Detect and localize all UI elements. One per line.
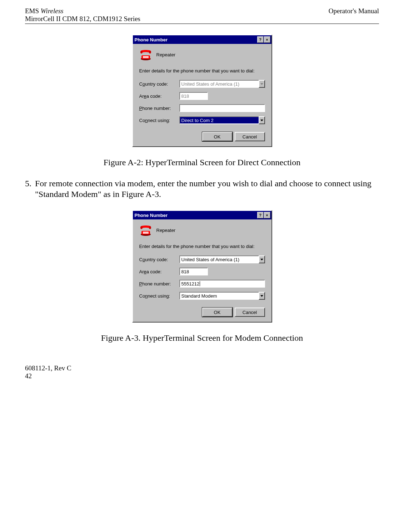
svg-rect-7 <box>143 232 149 234</box>
connect-label: Connect using: <box>139 118 179 123</box>
list-number: 5. <box>25 178 35 199</box>
phone-label: Phone number: <box>139 281 179 287</box>
dialog1-title: Phone Number <box>134 37 257 42</box>
country-label: Country code: <box>139 81 179 87</box>
ok-button[interactable]: OK <box>202 308 233 317</box>
phone-row: Phone number: 5551212 <box>139 280 265 288</box>
figure1-caption: Figure A-2: HyperTerminal Screen for Dir… <box>25 158 379 167</box>
chevron-down-icon <box>260 259 263 260</box>
icon-label: Repeater <box>156 52 175 57</box>
connect-combo[interactable]: Direct to Com 2 <box>179 116 265 124</box>
svg-point-3 <box>140 51 143 54</box>
body-paragraph: 5. For remote connection via modem, ente… <box>25 178 379 199</box>
connect-input[interactable]: Standard Modem <box>179 292 259 300</box>
icon-row: Repeater <box>139 224 265 237</box>
ok-button[interactable]: OK <box>202 132 233 141</box>
phone-row: Phone number: <box>139 104 265 112</box>
connect-row: Connect using: Standard Modem <box>139 292 265 300</box>
country-dropdown-button <box>259 80 265 88</box>
svg-point-4 <box>149 51 151 54</box>
chevron-down-icon <box>260 83 263 85</box>
connect-label: Connect using: <box>139 293 179 299</box>
text-cursor <box>200 281 200 286</box>
connect-input[interactable]: Direct to Com 2 <box>179 116 259 124</box>
help-button[interactable]: ? <box>257 212 264 218</box>
icon-label: Repeater <box>156 228 175 233</box>
footer-page-number: 42 <box>25 372 379 380</box>
phone-number-dialog-modem: Phone Number ? × Repeater Enter details … <box>132 210 272 323</box>
phone-input[interactable]: 5551212 <box>179 280 265 288</box>
phone-icon <box>139 48 152 61</box>
country-input[interactable]: United States of America (1) <box>179 255 259 263</box>
area-input: 818 <box>179 92 208 100</box>
area-row: Area code: 818 <box>139 92 265 100</box>
connect-row: Connect using: Direct to Com 2 <box>139 116 265 124</box>
chevron-down-icon <box>260 295 263 297</box>
chevron-down-icon <box>260 120 263 121</box>
dialog2-titlebar[interactable]: Phone Number ? × <box>133 211 271 219</box>
header-title-1: EMS Wireless <box>25 7 140 15</box>
country-label: Country code: <box>139 257 179 262</box>
close-button[interactable]: × <box>264 36 270 43</box>
footer-line1: 608112-1, Rev C <box>25 364 379 372</box>
phone-number-dialog-direct: Phone Number ? × Repeater Enter details … <box>132 35 272 147</box>
phone-icon <box>139 224 152 237</box>
instruction-text: Enter details for the phone number that … <box>139 68 265 74</box>
list-content: For remote connection via modem, enter t… <box>35 178 379 199</box>
connect-dropdown-button[interactable] <box>259 116 265 124</box>
dialog2-container: Phone Number ? × Repeater Enter details … <box>25 210 379 323</box>
instruction-text: Enter details for the phone number that … <box>139 244 265 249</box>
close-button[interactable]: × <box>264 212 270 218</box>
svg-rect-2 <box>143 56 149 58</box>
phone-label: Phone number: <box>139 106 179 111</box>
country-row: Country code: United States of America (… <box>139 255 265 263</box>
titlebar-buttons: ? × <box>257 36 270 43</box>
cancel-button[interactable]: Cancel <box>235 132 265 141</box>
icon-row: Repeater <box>139 48 265 61</box>
area-row: Area code: 818 <box>139 268 265 275</box>
page-footer: 608112-1, Rev C 42 <box>25 364 379 380</box>
country-dropdown-button[interactable] <box>259 255 265 263</box>
button-row: OK Cancel <box>139 308 265 317</box>
header-left: EMS Wireless MirrorCell II CDM 812, CDM1… <box>25 7 140 23</box>
phone-input[interactable] <box>179 104 265 112</box>
country-row: Country code: United States of America (… <box>139 80 265 88</box>
titlebar-buttons: ? × <box>257 212 270 218</box>
dialog1-body: Repeater Enter details for the phone num… <box>133 44 271 146</box>
header-right: Operator's Manual <box>329 7 379 23</box>
dialog2-title: Phone Number <box>134 213 257 218</box>
header-title-2: MirrorCell II CDM 812, CDM1912 Series <box>25 15 140 23</box>
country-combo: United States of America (1) <box>179 80 265 88</box>
country-combo[interactable]: United States of America (1) <box>179 255 265 263</box>
cancel-button[interactable]: Cancel <box>235 308 265 317</box>
dialog2-body: Repeater Enter details for the phone num… <box>133 219 271 322</box>
area-label: Area code: <box>139 269 179 274</box>
dialog1-container: Phone Number ? × Repeater Enter details … <box>25 35 379 147</box>
area-label: Area code: <box>139 93 179 99</box>
svg-point-9 <box>149 226 151 229</box>
country-input: United States of America (1) <box>179 80 259 88</box>
area-input[interactable]: 818 <box>179 268 208 275</box>
button-row: OK Cancel <box>139 132 265 141</box>
figure2-caption: Figure A-3. HyperTerminal Screen for Mod… <box>25 333 379 343</box>
svg-point-8 <box>140 226 143 229</box>
page-header: EMS Wireless MirrorCell II CDM 812, CDM1… <box>25 7 379 24</box>
dialog1-titlebar[interactable]: Phone Number ? × <box>133 35 271 44</box>
help-button[interactable]: ? <box>257 36 264 43</box>
connect-combo[interactable]: Standard Modem <box>179 292 265 300</box>
connect-dropdown-button[interactable] <box>259 292 265 300</box>
